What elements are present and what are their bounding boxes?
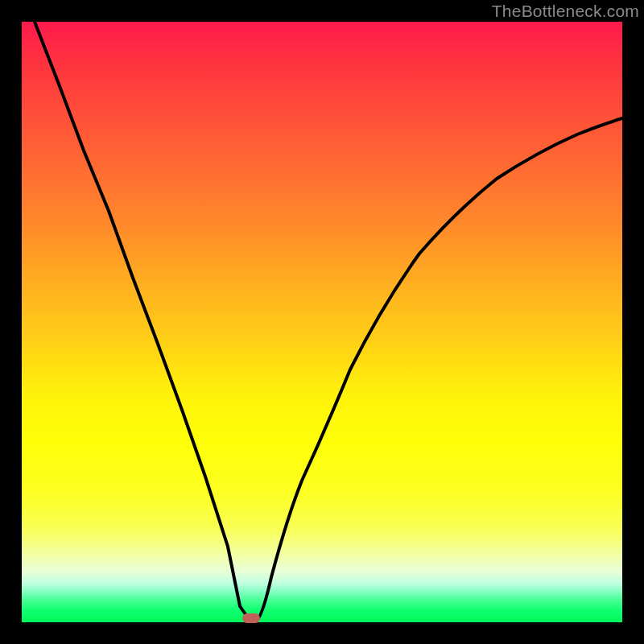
chart-container: TheBottleneck.com	[0, 0, 644, 644]
curve-layer	[22, 22, 622, 622]
watermark: TheBottleneck.com	[492, 2, 639, 21]
plot-area	[22, 22, 622, 622]
optimal-marker	[242, 613, 260, 623]
bottleneck-curve	[35, 22, 622, 621]
